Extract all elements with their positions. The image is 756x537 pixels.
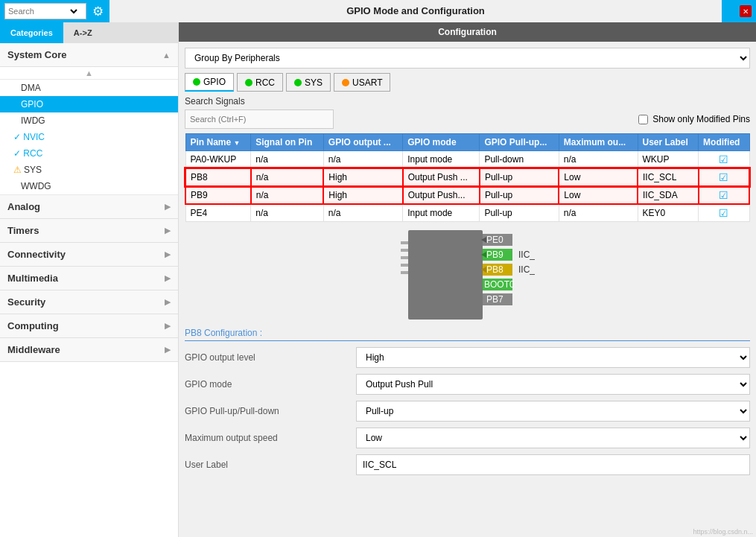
- sidebar-item-nvic[interactable]: ✓ NVIC: [0, 129, 178, 145]
- watermark: https://blog.csdn.n...: [693, 528, 753, 536]
- sidebar-item-iwdg[interactable]: IWDG: [0, 112, 178, 129]
- svg-rect-0: [408, 230, 483, 320]
- table-row-pe4[interactable]: PE4 n/a n/a Input mode Pull-up n/a KEY0 …: [185, 204, 749, 222]
- output-level-select[interactable]: High Low: [356, 347, 750, 368]
- cell-gpio-mode-pe4: Input mode: [403, 204, 480, 222]
- col-gpio-output[interactable]: GPIO output ...: [323, 134, 402, 151]
- max-speed-label: Maximum output speed: [185, 433, 356, 443]
- search-input[interactable]: [8, 7, 68, 16]
- sidebar-section-analog[interactable]: Analog ▶: [0, 195, 178, 219]
- table-row[interactable]: PA0-WKUP n/a n/a Input mode Pull-down n/…: [185, 151, 749, 169]
- cell-label-pe4: KEY0: [638, 204, 699, 222]
- sidebar-section-middleware[interactable]: Middleware ▶: [0, 338, 178, 362]
- config-row-max-speed: Maximum output speed Low Medium High Ver…: [185, 428, 750, 448]
- sidebar-section-multimedia[interactable]: Multimedia ▶: [0, 267, 178, 290]
- gpio-tabs: GPIO RCC SYS USART: [185, 73, 750, 92]
- tab-gpio-label: GPIO: [203, 77, 226, 87]
- cell-max-speed-pe4: n/a: [559, 204, 638, 222]
- cell-pull: Pull-down: [480, 151, 559, 169]
- chevron-right-icon-multimedia: ▶: [165, 273, 171, 283]
- sidebar-multimedia-label: Multimedia: [7, 273, 58, 284]
- cell-signal: n/a: [251, 151, 324, 169]
- table-row-pb9[interactable]: PB9 n/a High Output Push... Pull-up Low …: [185, 186, 749, 204]
- sidebar-section-system-core[interactable]: System Core ▲: [0, 43, 178, 67]
- cell-pull-pe4: Pull-up: [480, 204, 559, 222]
- user-label-input[interactable]: [356, 454, 750, 475]
- cell-modified-pb9: ☑: [699, 186, 749, 204]
- gpio-dot: [193, 78, 200, 86]
- tab-az[interactable]: A->Z: [63, 22, 103, 43]
- tab-gpio[interactable]: GPIO: [185, 73, 234, 92]
- svg-text:IIC_SDA: IIC_SDA: [518, 250, 535, 260]
- tab-rcc-label: RCC: [255, 77, 275, 88]
- chevron-right-icon-security: ▶: [165, 297, 171, 307]
- chevron-right-icon-middleware: ▶: [165, 345, 171, 355]
- pull-label: GPIO Pull-up/Pull-down: [185, 406, 356, 416]
- pb8-config-title: PB8 Configuration :: [185, 328, 750, 341]
- chevron-right-icon-connectivity: ▶: [165, 250, 171, 259]
- col-gpio-pull[interactable]: GPIO Pull-up...: [480, 134, 559, 151]
- sidebar-item-wwdg[interactable]: WWDG: [0, 178, 178, 195]
- cell-gpio-mode: Input mode: [403, 151, 480, 169]
- group-by-select[interactable]: Group By Peripherals Group By GPIO Group…: [185, 48, 750, 69]
- search-signals-input[interactable]: [185, 109, 334, 129]
- show-modified-checkbox[interactable]: [638, 115, 648, 124]
- cell-gpio-output: n/a: [323, 151, 402, 169]
- cell-max-speed-pb8: Low: [559, 168, 638, 186]
- col-signal[interactable]: Signal on Pin: [251, 134, 324, 151]
- config-row-pull: GPIO Pull-up/Pull-down Pull-up No pull-u…: [185, 401, 750, 422]
- cell-signal-pb9: n/a: [251, 186, 324, 204]
- chevron-right-icon-timers: ▶: [165, 226, 171, 235]
- sidebar-section-computing[interactable]: Computing ▶: [0, 314, 178, 338]
- collapse-icon[interactable]: ▲: [85, 69, 93, 77]
- tab-usart[interactable]: USART: [334, 73, 390, 92]
- search-box[interactable]: ▾: [4, 3, 86, 19]
- svg-rect-17: [401, 249, 408, 252]
- col-modified[interactable]: Modified: [699, 134, 749, 151]
- svg-rect-16: [401, 241, 408, 244]
- table-row-pb8[interactable]: PB8 n/a High Output Push ... Pull-up Low…: [185, 168, 749, 186]
- sidebar-middleware-label: Middleware: [7, 344, 60, 355]
- cell-pin-name-pb9: PB9: [185, 186, 251, 204]
- content-area: Configuration Group By Peripherals Group…: [179, 22, 756, 537]
- col-gpio-mode[interactable]: GPIO mode: [403, 134, 480, 151]
- tab-rcc[interactable]: RCC: [237, 73, 283, 92]
- sidebar-item-rcc[interactable]: ✓ RCC: [0, 145, 178, 162]
- search-dropdown[interactable]: ▾: [68, 7, 80, 16]
- group-by-row: Group By Peripherals Group By GPIO Group…: [185, 48, 750, 69]
- svg-text:PB9: PB9: [486, 250, 504, 260]
- chevron-up-icon: ▲: [162, 51, 171, 60]
- max-speed-select[interactable]: Low Medium High Very High: [356, 428, 750, 448]
- usart-dot: [342, 79, 349, 86]
- gpio-mode-select[interactable]: Output Push Pull Input mode Output Open …: [356, 374, 750, 395]
- sidebar-section-timers[interactable]: Timers ▶: [0, 219, 178, 243]
- col-pin-name[interactable]: Pin Name ▼: [185, 134, 251, 151]
- cell-signal-pe4: n/a: [251, 204, 324, 222]
- sidebar-section-label: System Core: [7, 49, 66, 60]
- cell-gpio-output-pb8: High: [323, 168, 402, 186]
- cell-max-speed: n/a: [559, 151, 638, 169]
- sidebar-item-gpio[interactable]: GPIO: [0, 96, 178, 112]
- cell-pin-name: PA0-WKUP: [185, 151, 251, 169]
- cell-label: WKUP: [638, 151, 699, 169]
- gear-icon[interactable]: ⚙: [92, 4, 104, 19]
- sidebar-section-connectivity[interactable]: Connectivity ▶: [0, 243, 178, 267]
- config-row-output-level: GPIO output level High Low: [185, 347, 750, 368]
- config-row-user-label: User Label: [185, 454, 750, 475]
- sidebar-connectivity-label: Connectivity: [7, 249, 66, 260]
- cell-label-pb8: IIC_SCL: [638, 168, 699, 186]
- sidebar-item-sys[interactable]: ⚠ SYS: [0, 162, 178, 178]
- sidebar-section-security[interactable]: Security ▶: [0, 290, 178, 314]
- col-user-label[interactable]: User Label: [638, 134, 699, 151]
- svg-text:PB7: PB7: [486, 294, 504, 305]
- show-modified-label: Show only Modified Pins: [652, 114, 750, 124]
- sidebar-security-label: Security: [7, 296, 45, 308]
- cell-gpio-mode-pb8: Output Push ...: [403, 168, 480, 186]
- window-close[interactable]: ✕: [740, 5, 752, 17]
- col-max-speed[interactable]: Maximum ou...: [559, 134, 638, 151]
- sidebar-item-dma[interactable]: DMA: [0, 80, 178, 96]
- pull-select[interactable]: Pull-up No pull-up and no pull-down Pull…: [356, 401, 750, 422]
- tab-categories[interactable]: Categories: [0, 22, 63, 43]
- svg-text:BOOT0: BOOT0: [484, 279, 515, 290]
- tab-sys[interactable]: SYS: [286, 73, 331, 92]
